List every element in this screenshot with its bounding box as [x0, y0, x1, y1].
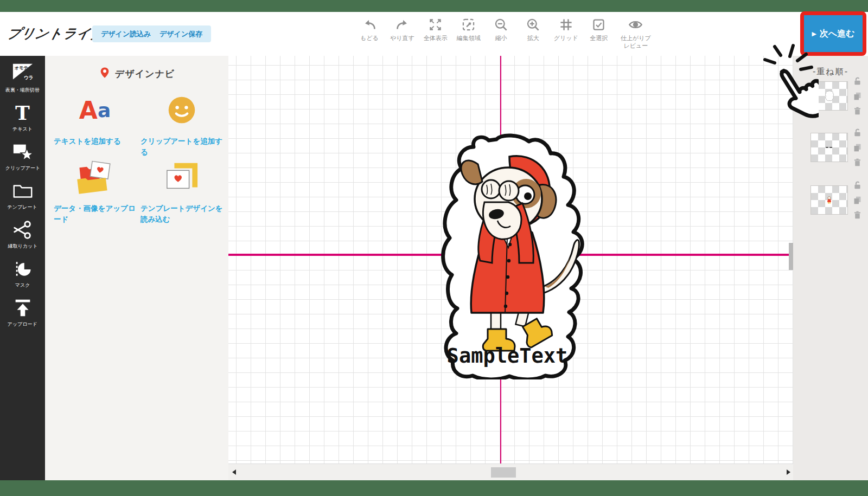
- scroll-left-arrow-icon[interactable]: [232, 469, 236, 475]
- horizontal-scroll-thumb[interactable]: [491, 467, 516, 478]
- canvas-toolbar: もどる やり直す 全体表示 編集領域: [358, 17, 652, 50]
- layer-item-dog: [810, 185, 862, 220]
- redo-icon: [395, 17, 410, 32]
- add-clipart-icon: [141, 89, 223, 131]
- layer-delete-icon[interactable]: [853, 210, 862, 220]
- grid-button[interactable]: グリッド: [554, 17, 578, 42]
- next-step-label: 次へ進む: [820, 28, 855, 40]
- scissors-icon: [11, 218, 34, 241]
- add-clipart-card[interactable]: クリップアートを追加する: [141, 89, 223, 157]
- edit-area-button[interactable]: 編集領域: [457, 17, 481, 42]
- scroll-right-arrow-icon[interactable]: [787, 469, 790, 475]
- front-back-icon: オモテ ウラ: [11, 62, 34, 85]
- layer-thumbnail-dog[interactable]: [810, 185, 848, 215]
- layer-lock-icon[interactable]: [853, 128, 862, 137]
- layer-delete-icon[interactable]: [853, 106, 862, 115]
- next-button-highlight-box: ▶ 次へ進む: [800, 11, 866, 56]
- app-window: プリントライダー デザイン読込み デザイン保存 もどる やり直す 全体表示: [0, 0, 868, 496]
- clipart-icon: [11, 140, 34, 163]
- svg-text:ウラ: ウラ: [23, 75, 33, 80]
- zoom-in-button[interactable]: 拡大: [522, 17, 545, 42]
- design-canvas[interactable]: SampleText: [228, 56, 793, 480]
- design-navi-panel: デザインナビ Aa テキストを追加する クリップアートを追加する: [45, 56, 228, 480]
- sidebar-item-upload[interactable]: アップロード: [0, 297, 45, 328]
- upload-icon: [11, 297, 34, 319]
- layer-duplicate-icon[interactable]: [853, 143, 862, 152]
- vertical-scrollbar[interactable]: [789, 56, 793, 463]
- play-icon: ▶: [812, 30, 816, 37]
- zoom-in-icon: [526, 17, 540, 32]
- mask-icon: [11, 257, 34, 280]
- grid-icon: [559, 17, 573, 32]
- select-all-button[interactable]: 全選択: [588, 17, 610, 42]
- fit-view-icon: [428, 17, 443, 32]
- redo-button[interactable]: やり直す: [390, 17, 414, 42]
- design-save-button[interactable]: デザイン保存: [151, 25, 211, 42]
- add-text-icon: Aa: [54, 89, 136, 131]
- layers-panel: -重ね順-: [793, 56, 868, 480]
- zoom-out-icon: [494, 17, 508, 32]
- upload-image-icon: [54, 157, 136, 198]
- sidebar-item-cut[interactable]: 縁取りカット: [0, 218, 45, 250]
- template-icon: [11, 179, 34, 202]
- edit-area-icon: [461, 17, 476, 32]
- sidebar-item-mask[interactable]: マスク: [0, 257, 45, 289]
- sidebar-item-template[interactable]: テンプレート: [0, 179, 45, 211]
- dog-paw-right: [499, 181, 519, 201]
- select-all-icon: [591, 17, 606, 32]
- preview-eye-icon: [628, 17, 643, 32]
- horizontal-scrollbar[interactable]: [228, 463, 793, 480]
- layer-thumbnail-text[interactable]: [810, 133, 848, 162]
- undo-icon: [362, 17, 377, 32]
- svg-text:オモテ: オモテ: [14, 65, 28, 70]
- tool-sidebar: オモテ ウラ 表裏・場所切替 T テキスト クリップアート: [0, 56, 45, 480]
- layer-item-text: [810, 133, 862, 167]
- design-navi-title: デザインナビ: [115, 68, 175, 80]
- vertical-scroll-thumb[interactable]: [789, 243, 793, 270]
- text-icon: T: [11, 101, 34, 124]
- zoom-out-button[interactable]: 縮小: [490, 17, 513, 42]
- pin-icon: [99, 67, 111, 81]
- sidebar-item-clipart[interactable]: クリップアート: [0, 140, 45, 172]
- layer-duplicate-icon[interactable]: [853, 92, 862, 101]
- upload-image-card[interactable]: データ・画像をアップロード: [54, 157, 136, 224]
- next-step-button[interactable]: ▶ 次へ進む: [804, 15, 863, 52]
- undo-button[interactable]: もどる: [358, 17, 381, 42]
- layers-title: -重ね順-: [793, 67, 868, 77]
- layer-delete-icon[interactable]: [853, 158, 862, 167]
- load-template-card[interactable]: テンプレートデザインを読み込む: [141, 157, 223, 224]
- sidebar-item-text[interactable]: T テキスト: [0, 101, 45, 133]
- sidebar-item-front-back[interactable]: オモテ ウラ 表裏・場所切替: [0, 62, 45, 94]
- layer-lock-icon[interactable]: [853, 76, 862, 86]
- layer-lock-icon[interactable]: [853, 181, 862, 190]
- layer-duplicate-icon[interactable]: [853, 196, 862, 205]
- fit-view-button[interactable]: 全体表示: [424, 17, 448, 42]
- finish-preview-button[interactable]: 仕上がりプレビュー: [620, 17, 652, 50]
- add-text-card[interactable]: Aa テキストを追加する: [54, 89, 136, 147]
- sticker-sample-text: SampleText: [447, 344, 568, 368]
- dog-paw-left: [482, 180, 500, 198]
- design-load-button[interactable]: デザイン読込み: [92, 25, 160, 42]
- sticker-artwork[interactable]: SampleText: [428, 133, 585, 379]
- design-navi-header: デザインナビ: [45, 67, 228, 81]
- layer-item-outline: [810, 81, 862, 115]
- load-template-icon: [141, 157, 223, 198]
- header-bar: プリントライダー デザイン読込み デザイン保存 もどる やり直す 全体表示: [0, 12, 868, 56]
- layer-thumbnail-outline[interactable]: [810, 81, 848, 111]
